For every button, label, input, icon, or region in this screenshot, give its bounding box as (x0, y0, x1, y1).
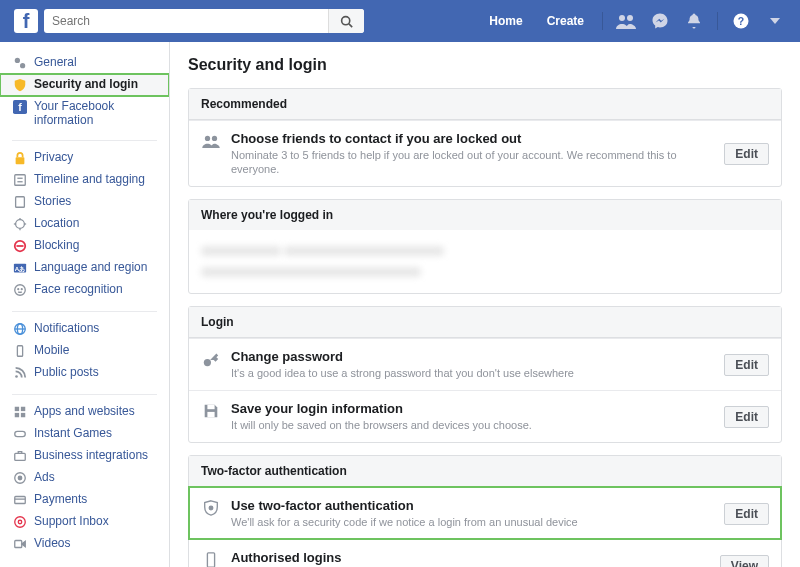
notifications-icon[interactable] (683, 10, 705, 32)
sidebar-item-label: Public posts (34, 365, 161, 379)
row-title: Authorised logins (231, 550, 710, 565)
section-login: LoginChange passwordIt's a good idea to … (188, 306, 782, 443)
edit-button[interactable]: Edit (724, 354, 769, 376)
svg-rect-34 (15, 413, 19, 417)
row-body: Use two-factor authenticationWe'll ask f… (231, 498, 714, 529)
row-body: Save your login informationIt will only … (231, 401, 714, 432)
help-icon[interactable]: ? (730, 10, 752, 32)
row-subtitle: It's a good idea to use a strong passwor… (231, 366, 714, 380)
sidebar-item-notifications[interactable]: Notifications (0, 318, 169, 340)
sidebar-item-label: Mobile (34, 343, 161, 357)
sidebar-item-label: Business integrations (34, 448, 161, 462)
friend-requests-icon[interactable] (615, 10, 637, 32)
view-button[interactable]: View (720, 555, 769, 568)
sidebar-item-label: Support Inbox (34, 514, 161, 528)
facebook-logo[interactable]: f (14, 9, 38, 33)
svg-rect-32 (15, 407, 19, 411)
sidebar-item-blocking[interactable]: Blocking (0, 235, 169, 257)
sidebar-group: GeneralSecurity and loginfYour Facebook … (0, 52, 169, 136)
sidebar-group: PrivacyTimeline and taggingStoriesLocati… (0, 147, 169, 307)
nav-create[interactable]: Create (537, 9, 594, 33)
sidebar-item-privacy[interactable]: Privacy (0, 147, 169, 169)
svg-point-2 (619, 15, 625, 21)
svg-point-42 (15, 517, 26, 528)
page-title: Security and login (188, 56, 782, 74)
sidebar-item-face-recognition[interactable]: Face recognition (0, 279, 169, 301)
svg-rect-14 (16, 197, 25, 208)
friends-icon (201, 131, 221, 151)
sidebar-separator (12, 311, 157, 312)
sidebar-item-label: Stories (34, 194, 161, 208)
svg-rect-11 (15, 175, 26, 186)
svg-rect-51 (207, 553, 214, 567)
sidebar-item-language-and-region[interactable]: AあLanguage and region (0, 257, 169, 279)
sidebar-item-support-inbox[interactable]: Support Inbox (0, 511, 169, 533)
sidebar-item-label: Your Facebook information (34, 99, 161, 127)
pay-icon (12, 492, 28, 508)
sidebar-separator (12, 140, 157, 141)
setting-row-authorised-logins: Authorised loginsReview a list of device… (189, 539, 781, 567)
svg-point-7 (20, 63, 25, 68)
sidebar-item-apps-and-websites[interactable]: Apps and websites (0, 401, 169, 423)
sidebar-item-your-facebook-information[interactable]: fYour Facebook information (0, 96, 169, 130)
svg-point-26 (21, 289, 22, 290)
sidebar-item-stories[interactable]: Stories (0, 191, 169, 213)
svg-rect-33 (21, 407, 25, 411)
gears-icon (12, 55, 28, 71)
edit-button[interactable]: Edit (724, 143, 769, 165)
main-content: Security and login RecommendedChoose fri… (170, 42, 800, 567)
messenger-icon[interactable] (649, 10, 671, 32)
sidebar-item-timeline-and-tagging[interactable]: Timeline and tagging (0, 169, 169, 191)
account-menu-icon[interactable] (764, 10, 786, 32)
search-input[interactable] (44, 9, 364, 33)
biz-icon (12, 448, 28, 464)
row-title: Use two-factor authentication (231, 498, 714, 513)
sidebar-item-location[interactable]: Location (0, 213, 169, 235)
sidebar-item-label: Privacy (34, 150, 161, 164)
sidebar-item-label: General (34, 55, 161, 69)
edit-button[interactable]: Edit (724, 406, 769, 428)
sidebar-item-mobile[interactable]: Mobile (0, 340, 169, 362)
sidebar-item-security-and-login[interactable]: Security and login (0, 74, 169, 96)
setting-row-change-password: Change passwordIt's a good idea to use a… (189, 338, 781, 390)
row-subtitle: We'll ask for a security code if we noti… (231, 515, 714, 529)
sidebar-item-label: Blocking (34, 238, 161, 252)
row-subtitle: Nominate 3 to 5 friends to help if you a… (231, 148, 714, 176)
svg-point-3 (627, 15, 633, 21)
edit-button[interactable]: Edit (724, 503, 769, 525)
sidebar-item-general[interactable]: General (0, 52, 169, 74)
svg-point-43 (18, 520, 22, 524)
ads-icon (12, 470, 28, 486)
sidebar-item-instant-games[interactable]: Instant Games (0, 423, 169, 445)
save-icon (201, 401, 221, 421)
sidebar-item-payments[interactable]: Payments (0, 489, 169, 511)
section-where-you-re-logged-in: Where you're logged in (188, 199, 782, 294)
svg-rect-30 (17, 346, 22, 357)
svg-line-1 (349, 23, 352, 26)
sidebar-item-videos[interactable]: Videos (0, 533, 169, 555)
sidebar-item-label: Apps and websites (34, 404, 161, 418)
rss-icon (12, 365, 28, 381)
sidebar-item-business-integrations[interactable]: Business integrations (0, 445, 169, 467)
face-icon (12, 282, 28, 298)
location-icon (12, 216, 28, 232)
svg-rect-49 (207, 412, 214, 417)
sidebar-item-label: Face recognition (34, 282, 161, 296)
svg-point-45 (205, 136, 210, 141)
fb-icon: f (12, 99, 28, 115)
search-button[interactable] (328, 9, 364, 33)
globe-icon (12, 321, 28, 337)
sidebar-separator (12, 394, 157, 395)
svg-rect-48 (207, 405, 214, 410)
header-right: Home Create ? (479, 9, 790, 33)
settings-sidebar: GeneralSecurity and loginfYour Facebook … (0, 42, 170, 567)
sidebar-item-ads[interactable]: Ads (0, 467, 169, 489)
sidebar-item-public-posts[interactable]: Public posts (0, 362, 169, 384)
search-icon (340, 15, 353, 28)
sidebar-item-label: Timeline and tagging (34, 172, 161, 186)
tag-icon (12, 172, 28, 188)
section-header: Where you're logged in (189, 200, 781, 230)
nav-home[interactable]: Home (479, 9, 532, 33)
phone-icon (201, 550, 221, 567)
sidebar-group: Apps and websitesInstant GamesBusiness i… (0, 401, 169, 561)
